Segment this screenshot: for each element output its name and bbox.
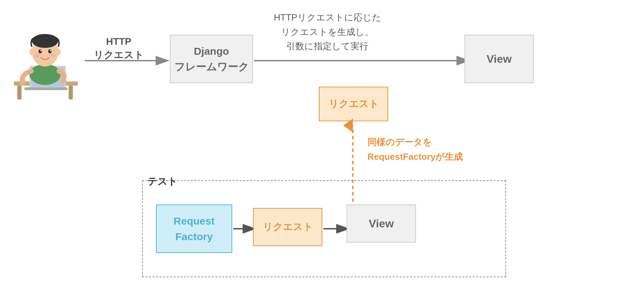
view-box-top: View bbox=[464, 35, 534, 83]
view-box-top-label: View bbox=[487, 53, 512, 66]
request-box-bottom-label: リクエスト bbox=[263, 220, 313, 234]
svg-point-11 bbox=[32, 34, 58, 48]
svg-point-14 bbox=[40, 50, 42, 51]
person-illustration bbox=[10, 21, 80, 97]
svg-point-7 bbox=[19, 79, 26, 85]
django-box-label: Django フレームワーク bbox=[174, 43, 249, 75]
request-factory-label: Request Factory bbox=[174, 213, 215, 244]
view-box-bottom: View bbox=[347, 204, 416, 243]
annotation-request-factory: 同様のデータを RequestFactoryが生成 bbox=[367, 135, 463, 164]
request-factory-box: Request Factory bbox=[156, 204, 232, 253]
svg-point-15 bbox=[50, 50, 51, 51]
request-box-top-label: リクエスト bbox=[329, 97, 379, 111]
arrow-django-to-view-top bbox=[252, 54, 474, 68]
svg-point-12 bbox=[38, 49, 42, 53]
annotation-http-description: HTTPリクエストに応じた リクエストを生成し、 引数に指定して実行 bbox=[274, 10, 381, 54]
test-label: テスト bbox=[147, 175, 177, 188]
svg-point-18 bbox=[29, 49, 34, 55]
request-box-top: リクエスト bbox=[319, 87, 388, 121]
svg-point-16 bbox=[34, 54, 40, 57]
svg-rect-1 bbox=[17, 86, 21, 99]
svg-rect-5 bbox=[24, 87, 68, 90]
svg-point-13 bbox=[48, 49, 52, 53]
django-framework-box: Django フレームワーク bbox=[170, 35, 253, 83]
svg-point-6 bbox=[29, 64, 61, 85]
svg-point-19 bbox=[56, 49, 61, 55]
request-box-bottom: リクエスト bbox=[253, 208, 322, 246]
arrow-person-to-django bbox=[83, 54, 173, 68]
diagram-container: HTTP リクエスト Django フレームワーク HTTPリクエストに応じた … bbox=[0, 0, 644, 296]
svg-point-8 bbox=[60, 77, 66, 84]
svg-point-17 bbox=[50, 54, 56, 57]
view-box-bottom-label: View bbox=[369, 217, 394, 230]
svg-rect-2 bbox=[69, 86, 73, 99]
